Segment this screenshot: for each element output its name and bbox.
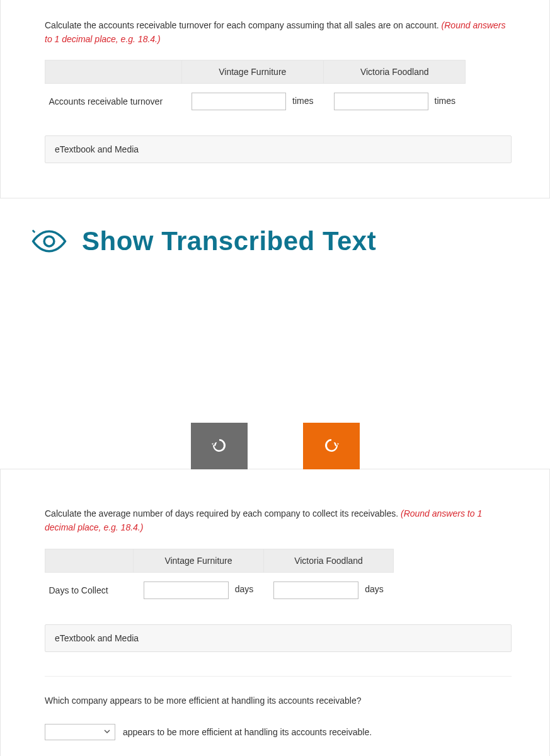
table-header-vintage: Vintage Furniture	[181, 60, 323, 84]
accounts-receivable-panel: Calculate the accounts receivable turnov…	[0, 0, 550, 198]
svg-line-1	[33, 231, 35, 233]
unit-days-1: days	[235, 584, 254, 594]
unit-times-1: times	[292, 96, 313, 106]
undo-redo-bar	[0, 423, 550, 469]
days-table-header-vintage: Vintage Furniture	[134, 549, 264, 572]
efficiency-answer-line: appears to be more efficient at handling…	[45, 724, 512, 740]
question-2-text: Calculate the average number of days req…	[45, 507, 512, 534]
redo-icon	[322, 436, 341, 457]
efficiency-section: Which company appears to be more efficie…	[45, 676, 512, 741]
victoria-days-input[interactable]	[273, 581, 358, 599]
eye-icon	[32, 224, 67, 259]
svg-point-0	[44, 237, 54, 247]
days-table-header-victoria: Victoria Foodland	[263, 549, 394, 572]
unit-times-2: times	[435, 96, 455, 106]
table-header-empty	[45, 60, 182, 84]
row-label-days: Days to Collect	[45, 572, 134, 608]
days-table-header-empty	[45, 549, 134, 572]
vintage-days-input[interactable]	[144, 581, 229, 599]
table-header-victoria: Victoria Foodland	[324, 60, 466, 84]
victoria-turnover-input[interactable]	[334, 93, 428, 110]
spacer	[0, 284, 550, 423]
unit-days-2: days	[365, 584, 384, 594]
row-label-turnover: Accounts receivable turnover	[45, 84, 182, 120]
days-to-collect-panel: Calculate the average number of days req…	[0, 469, 550, 756]
redo-button[interactable]	[303, 423, 360, 469]
question-1-prefix: Calculate the accounts receivable turnov…	[45, 20, 442, 30]
undo-button[interactable]	[191, 423, 248, 469]
efficiency-company-select[interactable]	[45, 724, 115, 740]
chevron-down-icon	[103, 727, 111, 737]
efficiency-question: Which company appears to be more efficie…	[45, 694, 512, 708]
etextbook-media-button-2[interactable]: eTextbook and Media	[45, 624, 512, 652]
show-transcribed-label: Show Transcribed Text	[82, 226, 376, 256]
vintage-turnover-input[interactable]	[192, 93, 286, 110]
question-1-text: Calculate the accounts receivable turnov…	[45, 19, 512, 46]
undo-icon	[210, 436, 229, 457]
days-table: Vintage Furniture Victoria Foodland Days…	[45, 549, 394, 608]
etextbook-media-button-1[interactable]: eTextbook and Media	[45, 135, 512, 163]
efficiency-suffix: appears to be more efficient at handling…	[123, 727, 372, 737]
show-transcribed-text-button[interactable]: Show Transcribed Text	[0, 198, 550, 284]
question-2-prefix: Calculate the average number of days req…	[45, 508, 401, 518]
turnover-table: Vintage Furniture Victoria Foodland Acco…	[45, 60, 466, 119]
